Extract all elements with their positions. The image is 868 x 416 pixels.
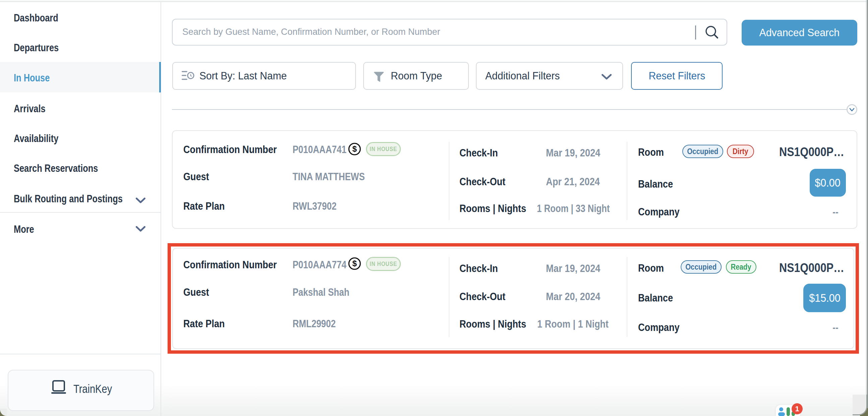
svg-text:$: $ [352, 145, 357, 153]
svg-text:$: $ [352, 259, 357, 268]
